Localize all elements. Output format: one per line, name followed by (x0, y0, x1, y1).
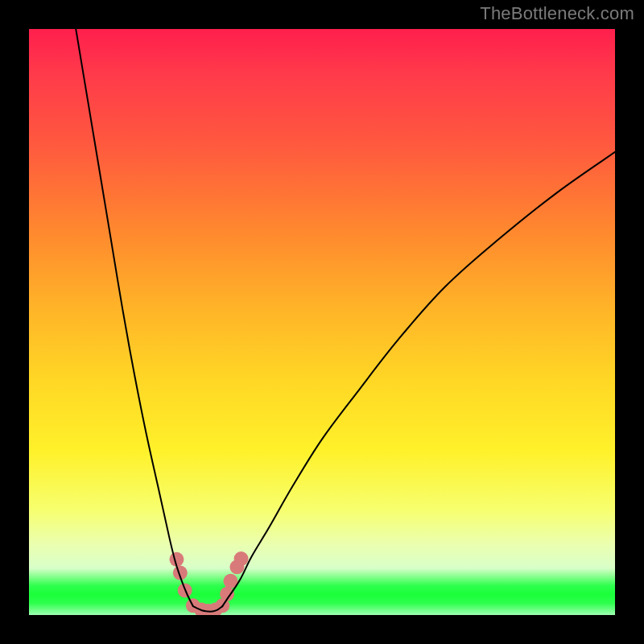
markers-group (169, 551, 248, 615)
curves-group (76, 29, 615, 612)
watermark-text: TheBottleneck.com (480, 3, 634, 24)
curve-right-branch (222, 152, 615, 606)
chart-stage: TheBottleneck.com (0, 0, 644, 644)
marker-dot (234, 551, 249, 566)
chart-svg (29, 29, 615, 615)
curve-left-branch (76, 29, 193, 606)
plot-area (29, 29, 615, 615)
